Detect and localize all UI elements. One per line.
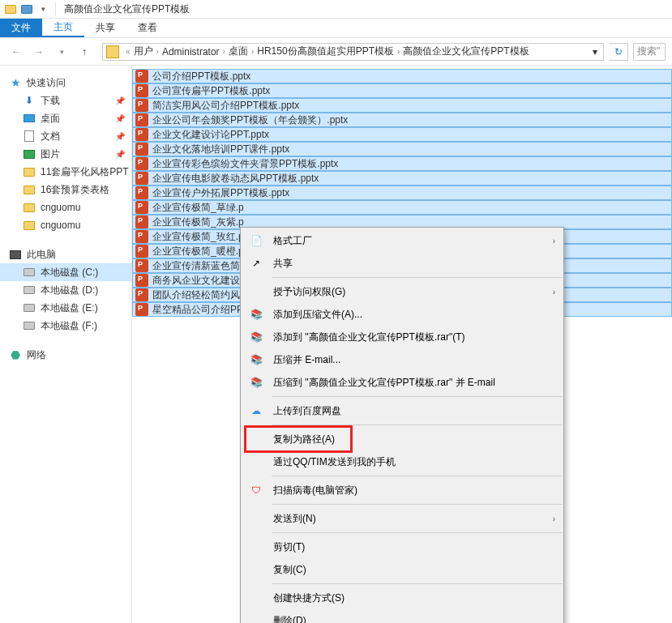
- file-row[interactable]: 企业宣传彩色缤纷文件夹背景PPT模板.pptx: [132, 156, 672, 171]
- sidebar-disk-e[interactable]: 本地磁盘 (E:): [0, 299, 131, 317]
- context-menu: 📄 格式工厂 › ↗ 共享 授予访问权限(G) › 📚 添加到压缩文件(A)..…: [240, 227, 564, 623]
- file-name: 企业宣传清新蓝色简洁: [152, 259, 250, 273]
- file-row[interactable]: 企业宣传极简_草绿.p: [132, 200, 672, 215]
- blank-icon: [247, 510, 265, 527]
- sidebar-downloads[interactable]: ⬇ 下载 📌: [0, 92, 131, 109]
- breadcrumb-item[interactable]: 用户: [134, 45, 153, 58]
- menu-add-to-named[interactable]: 📚 添加到 "高颜值企业文化宣传PPT模板.rar"(T): [241, 326, 563, 348]
- tab-view[interactable]: 查看: [126, 19, 169, 37]
- powerpoint-icon: [135, 201, 148, 214]
- address-dropdown-icon[interactable]: ▾: [590, 46, 600, 58]
- menu-copy[interactable]: 复制(C): [241, 558, 563, 581]
- menu-separator: [272, 425, 563, 425]
- folder-icon: [106, 45, 119, 58]
- powerpoint-icon: [135, 113, 148, 126]
- folder-icon: [23, 183, 36, 196]
- qat-item-icon[interactable]: [19, 2, 34, 16]
- folder-icon: [23, 201, 36, 214]
- sidebar-desktop[interactable]: 桌面 📌: [0, 109, 131, 127]
- file-row[interactable]: 企业文化建设讨论PPT.pptx: [132, 127, 672, 142]
- winrar-icon: 📚: [247, 373, 265, 391]
- menu-compress-named-email[interactable]: 📚 压缩到 "高颜值企业文化宣传PPT模板.rar" 并 E-mail: [241, 371, 563, 394]
- file-row[interactable]: 企业公司年会颁奖PPT模板（年会颁奖）.pptx: [132, 113, 672, 127]
- powerpoint-icon: [135, 274, 148, 287]
- file-row[interactable]: 公司介绍PPT模板.pptx: [132, 69, 672, 83]
- sidebar-documents[interactable]: 文档 📌: [0, 127, 131, 145]
- sidebar-folder[interactable]: cnguomu: [0, 198, 131, 216]
- file-name: 团队介绍轻松简约风格: [152, 288, 250, 302]
- nav-recent-dropdown[interactable]: ▾: [52, 42, 71, 62]
- sidebar-folder[interactable]: 16套预算类表格: [0, 181, 131, 198]
- file-row[interactable]: 企业宣传户外拓展PPT模板.pptx: [132, 186, 672, 200]
- menu-share[interactable]: ↗ 共享: [241, 252, 563, 275]
- chevron-right-icon: ›: [394, 47, 403, 56]
- menu-scan-virus[interactable]: 🛡 扫描病毒(电脑管家): [241, 479, 563, 501]
- powerpoint-icon: [135, 84, 148, 97]
- desktop-icon: [23, 112, 36, 125]
- powerpoint-icon: [135, 99, 148, 112]
- file-row[interactable]: 简洁实用风公司介绍PPT模板.pptx: [132, 98, 672, 113]
- sidebar-folder[interactable]: cnguomu: [0, 216, 131, 234]
- disk-icon: [23, 319, 36, 332]
- file-name: 企业文化建设讨论PPT.pptx: [152, 128, 269, 142]
- menu-grant-access[interactable]: 授予访问权限(G) ›: [241, 280, 563, 303]
- powerpoint-icon: [135, 186, 148, 199]
- sidebar-disk-d[interactable]: 本地磁盘 (D:): [0, 281, 131, 299]
- tab-home[interactable]: 主页: [42, 19, 84, 37]
- blank-icon: [247, 538, 265, 556]
- powerpoint-icon: [135, 143, 148, 156]
- refresh-button[interactable]: ↻: [609, 43, 628, 61]
- search-input[interactable]: 搜索": [633, 43, 666, 61]
- menu-copy-path[interactable]: 复制为路径(A): [241, 428, 563, 450]
- sidebar-network[interactable]: ⬣ 网络: [0, 346, 131, 364]
- file-name: 企业文化落地培训PPT课件.pptx: [152, 143, 289, 156]
- file-row[interactable]: 公司宣传扁平PPT模板.pptx: [132, 83, 672, 98]
- winrar-icon: 📚: [247, 305, 265, 323]
- menu-cut[interactable]: 剪切(T): [241, 536, 563, 558]
- blank-icon: [247, 283, 265, 301]
- qat-dropdown-icon[interactable]: ▾: [36, 2, 50, 16]
- file-name: 星空精品公司介绍PPT: [152, 303, 249, 317]
- file-name: 企业宣传电影胶卷动态风PPT模板.pptx: [152, 172, 319, 186]
- menu-send-qq[interactable]: 通过QQ/TIM发送到我的手机: [241, 450, 563, 473]
- breadcrumb-item[interactable]: HR150份高颜值超实用PPT模板: [257, 45, 394, 58]
- pin-icon: 📌: [115, 114, 125, 123]
- star-icon: ★: [9, 76, 22, 89]
- document-icon: [23, 130, 36, 143]
- address-bar-row: ← → ▾ ↑ « 用户 › Administrator › 桌面 › HR15…: [0, 38, 672, 66]
- breadcrumb-item[interactable]: Administrator: [162, 46, 220, 58]
- nav-up-button[interactable]: ↑: [75, 42, 94, 62]
- powerpoint-icon: [135, 70, 148, 83]
- breadcrumb-item[interactable]: 桌面: [229, 45, 248, 58]
- pin-icon: 📌: [115, 132, 125, 141]
- menu-create-shortcut[interactable]: 创建快捷方式(S): [241, 587, 563, 609]
- menu-upload-baidu[interactable]: ☁ 上传到百度网盘: [241, 399, 563, 422]
- file-row[interactable]: 企业宣传电影胶卷动态风PPT模板.pptx: [132, 171, 672, 186]
- file-name: 简洁实用风公司介绍PPT模板.pptx: [152, 99, 299, 113]
- breadcrumb-item[interactable]: 高颜值企业文化宣传PPT模板: [403, 45, 529, 58]
- sidebar-disk-f[interactable]: 本地磁盘 (F:): [0, 317, 131, 335]
- network-icon: ⬣: [9, 348, 22, 361]
- sidebar-this-pc[interactable]: 此电脑: [0, 245, 131, 263]
- disk-icon: [23, 301, 36, 314]
- menu-format-factory[interactable]: 📄 格式工厂 ›: [241, 229, 563, 252]
- folder-icon: [23, 219, 36, 232]
- chevron-right-icon: ›: [553, 237, 555, 245]
- sidebar-pictures[interactable]: 图片 📌: [0, 145, 131, 163]
- powerpoint-icon: [135, 128, 148, 141]
- sidebar-disk-c[interactable]: 本地磁盘 (C:): [0, 263, 131, 281]
- nav-back-button[interactable]: ←: [6, 42, 26, 62]
- menu-delete[interactable]: 删除(D): [241, 609, 563, 623]
- tab-share[interactable]: 共享: [84, 19, 126, 37]
- tab-file[interactable]: 文件: [0, 19, 42, 37]
- file-row[interactable]: 企业文化落地培训PPT课件.pptx: [132, 142, 672, 156]
- menu-compress-email[interactable]: 📚 压缩并 E-mail...: [241, 348, 563, 371]
- menu-send-to[interactable]: 发送到(N) ›: [241, 507, 563, 530]
- file-name: 企业宣传极简_草绿.p: [152, 201, 244, 215]
- nav-forward-button[interactable]: →: [29, 42, 49, 62]
- sidebar-folder[interactable]: 11套扁平化风格PPT: [0, 163, 131, 181]
- file-name: 企业宣传极简_玫红.p: [152, 230, 244, 244]
- breadcrumb[interactable]: « 用户 › Administrator › 桌面 › HR150份高颜值超实用…: [102, 43, 604, 61]
- menu-add-to-archive[interactable]: 📚 添加到压缩文件(A)...: [241, 303, 563, 326]
- sidebar-quick-access[interactable]: ★ 快速访问: [0, 74, 131, 92]
